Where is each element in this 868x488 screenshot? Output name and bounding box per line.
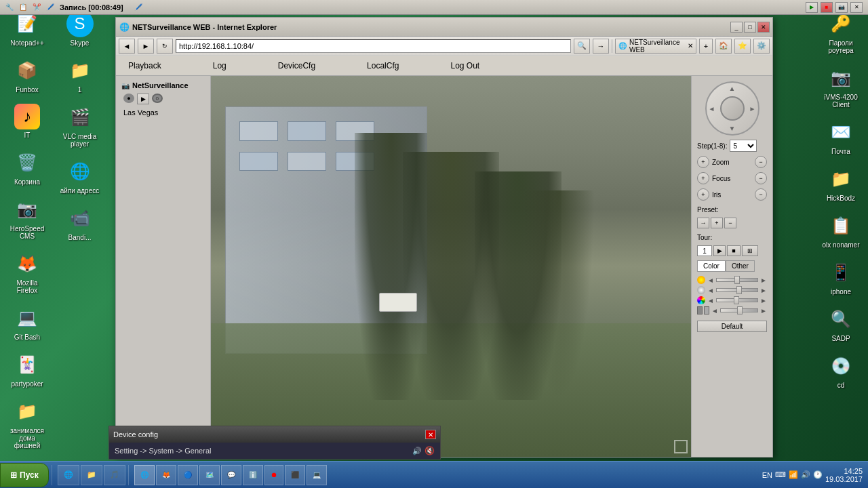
desktop-icon-herospeed[interactable]: 📷 HeroSpeed CMS bbox=[3, 192, 51, 243]
desktop-icon-zanimals[interactable]: 📁 занимался дома фишней bbox=[3, 394, 51, 453]
tour-grid-btn[interactable]: ⊞ bbox=[742, 245, 758, 256]
iris-minus-btn[interactable]: − bbox=[755, 188, 767, 201]
desktop-icon-sadp[interactable]: 🔍 SADP bbox=[817, 302, 865, 346]
tab-star-btn[interactable]: 🌐 NETSurveillance WEB ✕ bbox=[615, 39, 696, 54]
desktop-icon-folder1[interactable]: 📁 1 bbox=[56, 54, 104, 97]
volume-icon[interactable]: 🔊 bbox=[801, 470, 810, 479]
default-btn[interactable]: Default bbox=[697, 321, 767, 332]
speaker-icon[interactable]: 🔊 bbox=[412, 447, 422, 455]
preset-del-btn[interactable]: − bbox=[724, 218, 736, 228]
keyboard-icon[interactable]: ⌨ bbox=[775, 470, 786, 479]
taskbar-app-maps[interactable]: 🗺️ bbox=[199, 465, 220, 485]
desktop-icon-pochta[interactable]: ✉️ Почта bbox=[817, 115, 865, 159]
taskbar-app-term[interactable]: 💻 bbox=[307, 465, 327, 485]
menu-devicecfg[interactable]: DeviceCfg bbox=[273, 58, 321, 73]
saturation-slider[interactable] bbox=[716, 298, 758, 302]
desktop-icon-gitbash[interactable]: 💻 Git Bash bbox=[3, 301, 51, 344]
taskbar-app-firefox[interactable]: 🦊 bbox=[156, 465, 176, 485]
desktop-icon-itunes[interactable]: ♪ IT bbox=[3, 100, 51, 142]
sidebar-ctrl-1[interactable]: ● bbox=[123, 94, 134, 103]
desktop-icon-aiply[interactable]: 🌐 айпи адресс bbox=[56, 155, 104, 198]
mute-icon[interactable]: 🔇 bbox=[425, 446, 435, 455]
brightness-right-arrow[interactable]: ► bbox=[760, 277, 767, 284]
ptz-right-arrow[interactable]: ► bbox=[749, 105, 756, 113]
quicklaunch-media[interactable]: 🎵 bbox=[104, 465, 125, 485]
ptz-down-arrow[interactable]: ▼ bbox=[729, 125, 736, 132]
record-stop-btn[interactable]: ■ bbox=[821, 2, 833, 13]
desktop-icon-funbox[interactable]: 📦 Funbox bbox=[3, 54, 51, 97]
taskbar-app-chrome[interactable]: 🔵 bbox=[178, 465, 198, 485]
zoom-plus-btn[interactable]: + bbox=[697, 156, 709, 168]
menu-logout[interactable]: Log Out bbox=[445, 58, 485, 73]
desktop-icon-cd[interactable]: 💿 cd bbox=[817, 349, 865, 392]
zoom-minus-btn[interactable]: − bbox=[755, 156, 767, 168]
lang-indicator[interactable]: EN bbox=[762, 471, 772, 479]
quicklaunch-explorer[interactable]: 📁 bbox=[81, 465, 102, 485]
sidebar-ctrl-2[interactable]: ▶ bbox=[137, 94, 149, 104]
saturation-right-arrow[interactable]: ► bbox=[760, 297, 767, 304]
popup-close-btn[interactable]: ✕ bbox=[425, 430, 436, 439]
desktop-icon-vlc[interactable]: 🎬 VLC media player bbox=[56, 100, 104, 151]
menu-log[interactable]: Log bbox=[208, 58, 232, 73]
back-btn[interactable]: ◄ bbox=[119, 39, 135, 54]
brightness-slider[interactable] bbox=[716, 278, 758, 282]
favorites-btn[interactable]: ⭐ bbox=[734, 39, 751, 54]
taskbar-app-rec[interactable]: ⏺ bbox=[264, 465, 283, 485]
contrast-slider[interactable] bbox=[716, 288, 758, 292]
tour-stop-btn[interactable]: ■ bbox=[727, 245, 741, 256]
taskbar-app-cmd[interactable]: ⬛ bbox=[285, 465, 305, 485]
brightness-left-arrow[interactable]: ◄ bbox=[707, 277, 714, 284]
desktop-icon-partypoker[interactable]: 🃏 partypoker bbox=[3, 348, 51, 391]
tab-other[interactable]: Other bbox=[726, 260, 755, 272]
iris-plus-btn[interactable]: + bbox=[697, 188, 709, 201]
record-btn[interactable]: ▶ bbox=[806, 2, 818, 13]
taskbar-app-ie[interactable]: 🌐 bbox=[134, 465, 155, 485]
desktop-icon-bandicam[interactable]: 📹 Bandi... bbox=[56, 201, 104, 245]
tour-play-btn[interactable]: ▶ bbox=[713, 245, 726, 256]
tab-close-icon[interactable]: ✕ bbox=[688, 42, 693, 49]
camera-resize-handle[interactable] bbox=[674, 440, 688, 453]
desktop-icon-korzina[interactable]: 🗑️ Корзина bbox=[3, 146, 51, 189]
preset-goto-btn[interactable]: → bbox=[697, 218, 709, 228]
contrast-right-arrow[interactable]: ► bbox=[760, 287, 767, 294]
ptz-left-arrow[interactable]: ◄ bbox=[709, 105, 715, 113]
desktop-icon-olx[interactable]: 📋 olx nonamer bbox=[817, 209, 865, 252]
saturation-left-arrow[interactable]: ◄ bbox=[707, 297, 714, 304]
ptz-ring[interactable]: ▲ ▼ ◄ ► bbox=[705, 81, 760, 136]
desktop-icon-mozilla[interactable]: 🦊 Mozilla Firefox bbox=[3, 247, 51, 298]
taskbar-app-info[interactable]: ℹ️ bbox=[243, 465, 263, 485]
tour-input[interactable] bbox=[697, 245, 712, 256]
sidebar-channel[interactable]: Las Vegas bbox=[119, 106, 207, 119]
forward-btn[interactable]: ► bbox=[138, 39, 154, 54]
preset-set-btn[interactable]: + bbox=[711, 218, 723, 228]
refresh-btn[interactable]: ↻ bbox=[157, 39, 173, 54]
ptz-center-btn[interactable] bbox=[720, 96, 745, 121]
desktop-icon-hickbodz[interactable]: 📁 HickBodz bbox=[817, 162, 865, 205]
search-btn[interactable]: 🔍 bbox=[574, 39, 590, 54]
maximize-btn[interactable]: □ bbox=[744, 22, 756, 33]
minimize-btn[interactable]: _ bbox=[730, 22, 743, 33]
menu-localcfg[interactable]: LocalCfg bbox=[361, 58, 404, 73]
sidebar-ctrl-3[interactable]: ○ bbox=[152, 94, 163, 103]
new-tab-btn[interactable]: + bbox=[699, 39, 713, 54]
close-btn[interactable]: ✕ bbox=[757, 22, 770, 33]
focus-plus-btn[interactable]: + bbox=[697, 172, 709, 184]
record-cam-btn[interactable]: 📷 bbox=[835, 2, 848, 13]
home-btn[interactable]: 🏠 bbox=[715, 39, 732, 54]
close-recording-btn[interactable]: ✕ bbox=[850, 2, 863, 13]
desktop-icon-iphone[interactable]: 📱 iphone bbox=[817, 256, 865, 299]
hue-slider[interactable] bbox=[720, 308, 758, 312]
quicklaunch-ie[interactable]: 🌐 bbox=[58, 465, 79, 485]
settings-ie-btn[interactable]: ⚙️ bbox=[753, 39, 770, 54]
focus-minus-btn[interactable]: − bbox=[755, 172, 767, 184]
contrast-left-arrow[interactable]: ◄ bbox=[707, 287, 714, 294]
start-button[interactable]: ⊞ Пуск bbox=[0, 463, 49, 487]
tab-color[interactable]: Color bbox=[697, 260, 726, 272]
menu-playback[interactable]: Playback bbox=[123, 58, 167, 73]
hue-left-arrow[interactable]: ◄ bbox=[711, 307, 718, 314]
go-btn[interactable]: → bbox=[593, 39, 609, 54]
step-select[interactable]: 5 1234 678 bbox=[730, 140, 757, 152]
desktop-icon-ivms[interactable]: 📷 iVMS-4200 Client bbox=[817, 61, 865, 112]
taskbar-app-skype[interactable]: 💬 bbox=[221, 465, 241, 485]
hue-right-arrow[interactable]: ► bbox=[760, 307, 767, 314]
